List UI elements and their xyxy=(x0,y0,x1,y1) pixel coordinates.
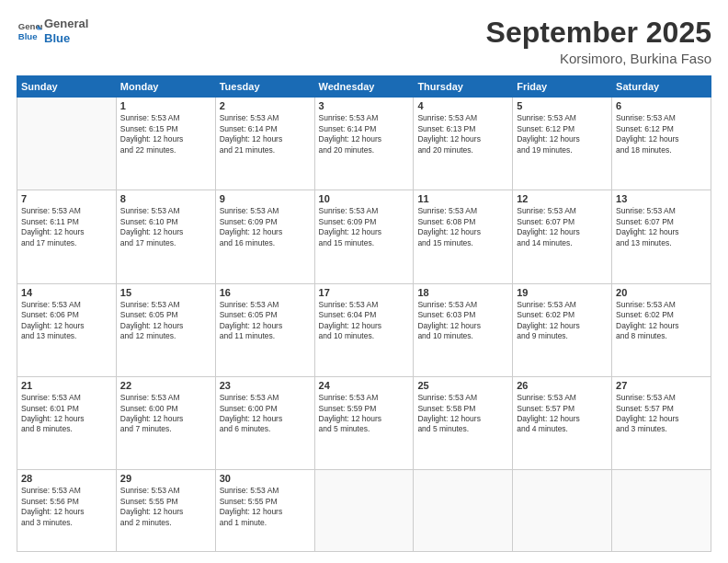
day-number: 29 xyxy=(120,473,211,484)
day-number: 1 xyxy=(120,100,211,111)
cell-info: Sunrise: 5:53 AMSunset: 6:00 PMDaylight:… xyxy=(220,393,311,435)
logo-icon: General Blue xyxy=(17,18,42,44)
calendar-week-3: 14Sunrise: 5:53 AMSunset: 6:06 PMDayligh… xyxy=(17,283,711,376)
logo-general: General xyxy=(44,17,88,31)
svg-text:Blue: Blue xyxy=(18,30,38,40)
page: General Blue General Blue September 2025… xyxy=(0,0,728,563)
calendar-cell xyxy=(414,470,513,552)
calendar-week-2: 7Sunrise: 5:53 AMSunset: 6:11 PMDaylight… xyxy=(17,190,711,283)
cell-info: Sunrise: 5:53 AMSunset: 5:55 PMDaylight:… xyxy=(220,486,311,528)
day-number: 6 xyxy=(616,100,707,111)
day-number: 17 xyxy=(319,287,410,298)
cell-info: Sunrise: 5:53 AMSunset: 6:02 PMDaylight:… xyxy=(517,300,608,342)
header: General Blue General Blue September 2025… xyxy=(17,17,711,66)
calendar-cell: 19Sunrise: 5:53 AMSunset: 6:02 PMDayligh… xyxy=(513,283,612,376)
cell-info: Sunrise: 5:53 AMSunset: 6:11 PMDaylight:… xyxy=(21,206,112,248)
calendar-week-5: 28Sunrise: 5:53 AMSunset: 5:56 PMDayligh… xyxy=(17,470,711,552)
day-number: 26 xyxy=(517,380,608,391)
day-number: 18 xyxy=(417,287,508,298)
day-number: 4 xyxy=(417,100,508,111)
cell-info: Sunrise: 5:53 AMSunset: 6:13 PMDaylight:… xyxy=(417,113,508,155)
calendar-header-monday: Monday xyxy=(116,76,215,98)
day-number: 19 xyxy=(517,287,608,298)
calendar-cell: 20Sunrise: 5:53 AMSunset: 6:02 PMDayligh… xyxy=(612,283,711,376)
calendar-cell: 4Sunrise: 5:53 AMSunset: 6:13 PMDaylight… xyxy=(414,98,513,190)
cell-info: Sunrise: 5:53 AMSunset: 5:56 PMDaylight:… xyxy=(21,486,112,528)
day-number: 27 xyxy=(616,380,707,391)
calendar-cell: 9Sunrise: 5:53 AMSunset: 6:09 PMDaylight… xyxy=(215,190,314,283)
cell-info: Sunrise: 5:53 AMSunset: 6:01 PMDaylight:… xyxy=(21,393,112,435)
day-number: 25 xyxy=(417,380,508,391)
day-number: 23 xyxy=(220,380,311,391)
day-number: 5 xyxy=(517,100,608,111)
cell-info: Sunrise: 5:53 AMSunset: 6:07 PMDaylight:… xyxy=(616,206,707,248)
calendar-cell: 15Sunrise: 5:53 AMSunset: 6:05 PMDayligh… xyxy=(116,283,215,376)
day-number: 14 xyxy=(21,287,112,298)
cell-info: Sunrise: 5:53 AMSunset: 6:12 PMDaylight:… xyxy=(517,113,608,155)
calendar-cell: 24Sunrise: 5:53 AMSunset: 5:59 PMDayligh… xyxy=(314,377,414,470)
calendar-cell xyxy=(314,470,414,552)
calendar-cell: 23Sunrise: 5:53 AMSunset: 6:00 PMDayligh… xyxy=(215,377,314,470)
cell-info: Sunrise: 5:53 AMSunset: 6:14 PMDaylight:… xyxy=(220,113,311,155)
cell-info: Sunrise: 5:53 AMSunset: 5:58 PMDaylight:… xyxy=(417,393,508,435)
day-number: 28 xyxy=(21,473,112,484)
day-number: 11 xyxy=(417,193,508,204)
day-number: 3 xyxy=(319,100,410,111)
calendar-cell: 11Sunrise: 5:53 AMSunset: 6:08 PMDayligh… xyxy=(414,190,513,283)
calendar-cell: 12Sunrise: 5:53 AMSunset: 6:07 PMDayligh… xyxy=(513,190,612,283)
day-number: 22 xyxy=(120,380,211,391)
day-number: 16 xyxy=(220,287,311,298)
calendar-cell: 22Sunrise: 5:53 AMSunset: 6:00 PMDayligh… xyxy=(116,377,215,470)
day-number: 21 xyxy=(21,380,112,391)
calendar-cell: 1Sunrise: 5:53 AMSunset: 6:15 PMDaylight… xyxy=(116,98,215,190)
calendar-cell: 17Sunrise: 5:53 AMSunset: 6:04 PMDayligh… xyxy=(314,283,414,376)
cell-info: Sunrise: 5:53 AMSunset: 6:06 PMDaylight:… xyxy=(21,300,112,342)
calendar-cell: 14Sunrise: 5:53 AMSunset: 6:06 PMDayligh… xyxy=(17,283,117,376)
cell-info: Sunrise: 5:53 AMSunset: 6:03 PMDaylight:… xyxy=(417,300,508,342)
calendar-cell: 16Sunrise: 5:53 AMSunset: 6:05 PMDayligh… xyxy=(215,283,314,376)
calendar-week-4: 21Sunrise: 5:53 AMSunset: 6:01 PMDayligh… xyxy=(17,377,711,470)
calendar-cell: 25Sunrise: 5:53 AMSunset: 5:58 PMDayligh… xyxy=(414,377,513,470)
calendar-header-row: SundayMondayTuesdayWednesdayThursdayFrid… xyxy=(17,76,711,98)
cell-info: Sunrise: 5:53 AMSunset: 5:57 PMDaylight:… xyxy=(616,393,707,435)
calendar-cell: 8Sunrise: 5:53 AMSunset: 6:10 PMDaylight… xyxy=(116,190,215,283)
calendar-cell: 13Sunrise: 5:53 AMSunset: 6:07 PMDayligh… xyxy=(612,190,711,283)
day-number: 30 xyxy=(220,473,311,484)
calendar-cell: 6Sunrise: 5:53 AMSunset: 6:12 PMDaylight… xyxy=(612,98,711,190)
subtitle: Korsimoro, Burkina Faso xyxy=(486,51,711,66)
cell-info: Sunrise: 5:53 AMSunset: 5:59 PMDaylight:… xyxy=(319,393,410,435)
calendar-cell: 29Sunrise: 5:53 AMSunset: 5:55 PMDayligh… xyxy=(116,470,215,552)
day-number: 20 xyxy=(616,287,707,298)
calendar-header-sunday: Sunday xyxy=(17,76,117,98)
cell-info: Sunrise: 5:53 AMSunset: 6:08 PMDaylight:… xyxy=(417,206,508,248)
calendar-cell: 30Sunrise: 5:53 AMSunset: 5:55 PMDayligh… xyxy=(215,470,314,552)
title-block: September 2025 Korsimoro, Burkina Faso xyxy=(486,17,711,66)
day-number: 8 xyxy=(120,193,211,204)
calendar-cell: 27Sunrise: 5:53 AMSunset: 5:57 PMDayligh… xyxy=(612,377,711,470)
day-number: 10 xyxy=(319,193,410,204)
logo: General Blue General Blue xyxy=(17,17,88,45)
calendar-header-thursday: Thursday xyxy=(414,76,513,98)
main-title: September 2025 xyxy=(486,17,711,49)
day-number: 12 xyxy=(517,193,608,204)
cell-info: Sunrise: 5:53 AMSunset: 6:14 PMDaylight:… xyxy=(319,113,410,155)
day-number: 9 xyxy=(220,193,311,204)
calendar-cell xyxy=(17,98,117,190)
calendar-week-1: 1Sunrise: 5:53 AMSunset: 6:15 PMDaylight… xyxy=(17,98,711,190)
calendar-header-tuesday: Tuesday xyxy=(215,76,314,98)
cell-info: Sunrise: 5:53 AMSunset: 6:02 PMDaylight:… xyxy=(616,300,707,342)
calendar-cell: 7Sunrise: 5:53 AMSunset: 6:11 PMDaylight… xyxy=(17,190,117,283)
calendar-cell: 28Sunrise: 5:53 AMSunset: 5:56 PMDayligh… xyxy=(17,470,117,552)
cell-info: Sunrise: 5:53 AMSunset: 6:05 PMDaylight:… xyxy=(220,300,311,342)
cell-info: Sunrise: 5:53 AMSunset: 6:15 PMDaylight:… xyxy=(120,113,211,155)
calendar-cell: 5Sunrise: 5:53 AMSunset: 6:12 PMDaylight… xyxy=(513,98,612,190)
cell-info: Sunrise: 5:53 AMSunset: 5:55 PMDaylight:… xyxy=(120,486,211,528)
day-number: 13 xyxy=(616,193,707,204)
calendar-header-wednesday: Wednesday xyxy=(314,76,414,98)
cell-info: Sunrise: 5:53 AMSunset: 6:10 PMDaylight:… xyxy=(120,206,211,248)
calendar-cell: 18Sunrise: 5:53 AMSunset: 6:03 PMDayligh… xyxy=(414,283,513,376)
day-number: 24 xyxy=(319,380,410,391)
day-number: 15 xyxy=(120,287,211,298)
cell-info: Sunrise: 5:53 AMSunset: 6:12 PMDaylight:… xyxy=(616,113,707,155)
day-number: 2 xyxy=(220,100,311,111)
